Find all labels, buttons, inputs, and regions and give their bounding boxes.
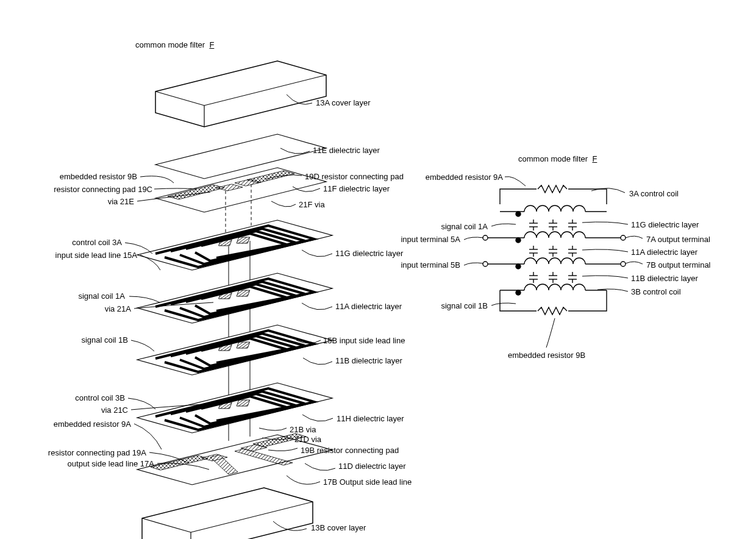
lbl-b5A: input terminal 5A: [384, 235, 460, 244]
svg-point-83: [516, 290, 521, 295]
lbl-b9B: embedded resistor 9B: [508, 351, 585, 360]
lbl-b1B: signal coil 1B: [415, 301, 488, 310]
lbl-b11G: 11G dielectric layer: [631, 220, 699, 229]
figure-b-svg: [0, 0, 756, 539]
svg-point-64: [483, 262, 488, 266]
svg-point-47: [483, 235, 488, 240]
fig-b-title: common mode filter F: [518, 154, 597, 163]
lbl-b11A: 11A dielectric layer: [631, 248, 697, 257]
svg-point-50: [621, 235, 626, 240]
lbl-b1A: signal coil 1A: [415, 222, 488, 231]
lbl-b5B: input terminal 5B: [384, 260, 460, 270]
fig-b-title-ref: F: [592, 154, 597, 163]
svg-point-51: [516, 238, 521, 243]
page: common mode filter F embedded resistor 9…: [0, 0, 756, 539]
svg-point-68: [516, 264, 521, 269]
lbl-b3A: 3A control coil: [629, 189, 679, 198]
fig-b-title-text: common mode filter: [518, 154, 588, 163]
lbl-b3B: 3B control coil: [631, 287, 681, 296]
svg-point-34: [516, 212, 521, 216]
svg-point-67: [621, 262, 626, 266]
lbl-b9A: embedded resistor 9A: [402, 173, 503, 182]
lbl-b7A: 7A output terminal: [646, 235, 710, 244]
lbl-b11B: 11B dielectric layer: [631, 274, 698, 283]
lbl-b7B: 7B output terminal: [646, 260, 711, 270]
